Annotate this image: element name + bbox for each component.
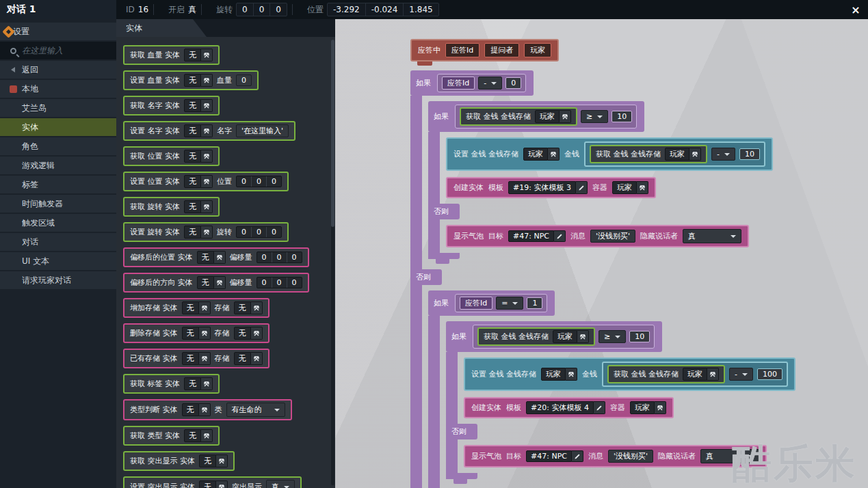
id-value[interactable]: 16 xyxy=(138,5,148,14)
rotation-y[interactable]: 0 xyxy=(253,3,270,16)
statement-block[interactable]: 显示气泡目标#47: NPC消息'没钱别买'隐藏说话者真 xyxy=(446,225,749,247)
picker-icon[interactable] xyxy=(216,455,228,467)
palette-block[interactable]: 设置 突出显示 实体无突出显示真 xyxy=(123,476,302,488)
picker-icon[interactable] xyxy=(251,301,263,314)
object-slot[interactable]: 无 xyxy=(234,352,263,365)
picker-icon[interactable] xyxy=(199,352,211,365)
picker-icon[interactable] xyxy=(214,251,226,264)
if-head[interactable]: 如果应答Id=1 xyxy=(428,290,555,316)
object-slot[interactable]: 玩家 xyxy=(535,110,571,123)
vector-component[interactable]: 0 xyxy=(257,252,272,262)
rotation-z[interactable]: 0 xyxy=(269,3,287,16)
palette-block[interactable]: 偏移后的方向 实体无偏移量000 xyxy=(123,273,309,293)
value-input[interactable]: 10 xyxy=(739,148,760,160)
rotation-values[interactable]: 0 0 0 xyxy=(236,3,287,16)
picker-icon[interactable] xyxy=(251,327,263,340)
object-slot[interactable]: 无 xyxy=(234,301,263,314)
picker-icon[interactable] xyxy=(689,148,701,161)
template-slot[interactable]: #47: NPC xyxy=(526,450,583,462)
statement-block[interactable]: 设置 金钱 金钱存储玩家金钱获取 金钱 金钱存储玩家-10 xyxy=(446,137,773,171)
picker-icon[interactable] xyxy=(655,401,666,414)
value-input[interactable]: '没钱别买' xyxy=(590,230,635,243)
sidebar-item[interactable]: 游戏逻辑 xyxy=(0,157,116,174)
object-slot[interactable]: 玩家 xyxy=(630,401,666,414)
object-slot[interactable]: 无 xyxy=(184,200,213,213)
palette-block[interactable]: 已有存储 实体无存储无 xyxy=(123,349,269,368)
picker-icon[interactable] xyxy=(214,276,226,289)
vector-component[interactable]: 0 xyxy=(266,176,281,187)
statement-block[interactable]: 显示气泡目标#47: NPC消息'没钱别买'隐藏说话者真 xyxy=(464,445,767,467)
object-slot[interactable]: 无 xyxy=(184,49,213,62)
edit-icon[interactable] xyxy=(576,181,588,194)
palette-block[interactable]: 删除存储 实体无存储无 xyxy=(123,323,269,343)
palette-block[interactable]: 设置 血量 实体无血量0 xyxy=(123,70,259,90)
object-slot[interactable]: 玩家 xyxy=(523,148,560,161)
object-slot[interactable]: 无 xyxy=(184,226,213,239)
object-slot[interactable]: 无 xyxy=(184,74,213,87)
tab-entity[interactable]: 实体 xyxy=(116,19,207,37)
enabled-value[interactable]: 真 xyxy=(188,4,196,16)
statement-block[interactable]: 设置 金钱 金钱存储玩家金钱获取 金钱 金钱存储玩家-100 xyxy=(464,357,795,391)
sidebar-item[interactable]: 对话 xyxy=(0,233,116,251)
scrollbar-thumb[interactable] xyxy=(331,40,334,227)
statement-block[interactable]: 创建实体模板#19: 实体模板 3容器玩家 xyxy=(446,177,656,198)
vector-input[interactable]: 000 xyxy=(236,226,282,238)
object-slot[interactable]: 无 xyxy=(199,455,228,467)
dropdown[interactable]: 有生命的 xyxy=(226,403,285,417)
palette-block[interactable]: 偏移后的位置 实体无偏移量000 xyxy=(123,247,309,267)
rotation-x[interactable]: 0 xyxy=(237,3,253,16)
picker-icon[interactable] xyxy=(199,301,211,314)
object-slot[interactable]: 玩家 xyxy=(553,330,589,343)
picker-icon[interactable] xyxy=(201,226,213,239)
dropdown[interactable]: - xyxy=(729,368,753,381)
dropdown[interactable]: - xyxy=(478,77,502,90)
sidebar-item[interactable]: 时间触发器 xyxy=(0,195,116,213)
sidebar-item[interactable]: 本地 xyxy=(0,80,116,98)
object-slot[interactable]: 无 xyxy=(184,429,213,442)
dropdown[interactable]: ≥ xyxy=(599,330,626,343)
dropdown[interactable]: 真 xyxy=(683,229,741,243)
palette-block[interactable]: 获取 血量 实体无 xyxy=(123,45,220,65)
value-input[interactable]: 10 xyxy=(611,111,632,122)
template-slot[interactable]: #19: 实体模板 3 xyxy=(508,181,588,194)
dropdown[interactable]: 真 xyxy=(266,480,295,488)
edit-icon[interactable] xyxy=(572,450,583,462)
palette-block[interactable]: 设置 名字 实体无名字'在这里输入' xyxy=(123,121,295,141)
if-block[interactable]: 如果获取 金钱 金钱存储玩家≥10设置 金钱 金钱存储玩家金钱获取 金钱 金钱存… xyxy=(428,101,773,264)
vector-input[interactable]: 000 xyxy=(236,176,282,187)
object-slot[interactable]: 无 xyxy=(197,251,226,264)
object-slot[interactable]: 无 xyxy=(184,175,213,188)
vector-component[interactable]: 0 xyxy=(272,277,287,288)
expression-block[interactable]: 获取 金钱 金钱存储玩家 xyxy=(477,327,595,346)
expression-block[interactable]: 获取 金钱 金钱存储玩家 xyxy=(460,107,577,126)
position-y[interactable]: -0.024 xyxy=(365,3,404,16)
picker-icon[interactable] xyxy=(201,74,213,87)
value-input[interactable]: 10 xyxy=(629,331,650,342)
picker-icon[interactable] xyxy=(201,150,213,163)
if-head[interactable]: 如果应答Id-0 xyxy=(410,70,534,96)
sidebar-item[interactable]: 角色 xyxy=(0,137,116,155)
picker-icon[interactable] xyxy=(251,352,263,365)
sidebar-item[interactable]: 标签 xyxy=(0,176,116,193)
variable-ref[interactable]: 应答Id xyxy=(460,297,492,310)
vector-component[interactable]: 0 xyxy=(287,277,302,288)
picker-icon[interactable] xyxy=(566,368,577,381)
palette-block[interactable]: 获取 名字 实体无 xyxy=(123,96,220,116)
value-input[interactable]: '在这里输入' xyxy=(236,124,289,137)
search-input[interactable] xyxy=(22,46,103,55)
vector-component[interactable]: 0 xyxy=(287,252,302,262)
value-input[interactable]: 100 xyxy=(757,368,782,380)
template-slot[interactable]: #47: NPC xyxy=(508,230,566,242)
palette-block[interactable]: 增加存储 实体无存储无 xyxy=(123,298,269,318)
picker-icon[interactable] xyxy=(560,110,571,123)
picker-icon[interactable] xyxy=(201,124,213,137)
edit-icon[interactable] xyxy=(554,230,566,242)
vector-component[interactable]: 0 xyxy=(237,227,251,237)
sidebar-item[interactable]: 艾兰岛 xyxy=(0,99,116,117)
close-button[interactable]: × xyxy=(843,3,868,16)
sidebar-item[interactable]: 返回 xyxy=(0,61,116,79)
value-input[interactable]: 0 xyxy=(505,77,521,89)
value-input[interactable]: '没钱别买' xyxy=(608,450,653,463)
event-output[interactable]: 提问者 xyxy=(484,43,519,57)
variable-ref[interactable]: 应答Id xyxy=(442,77,475,90)
